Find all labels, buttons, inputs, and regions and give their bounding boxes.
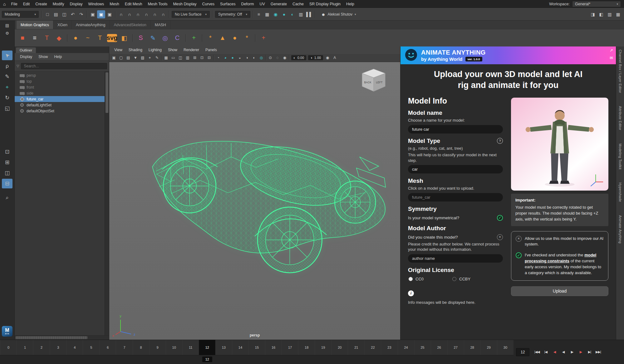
symmetry-check-icon[interactable]: ✓	[497, 215, 503, 221]
xray-icon[interactable]: ◌	[274, 55, 281, 61]
radio-dot[interactable]	[452, 277, 456, 281]
snap-surface-icon[interactable]: ∩	[159, 10, 167, 18]
timeline-tick[interactable]: 3	[50, 340, 66, 355]
timeline-tick[interactable]: 17	[282, 340, 298, 355]
menu-item[interactable]: Edit Mesh	[122, 1, 145, 7]
resolution-gate-icon[interactable]: ◫	[177, 55, 184, 61]
timeline-tick[interactable]: 6	[99, 340, 116, 355]
shelf-tab[interactable]: MASH	[151, 21, 170, 29]
menu-item[interactable]: Curves	[199, 1, 217, 7]
safe-title-icon[interactable]: ⊟	[206, 55, 213, 61]
menu-item[interactable]: Cache	[290, 1, 307, 7]
license-radio[interactable]: CC0	[409, 277, 424, 281]
paint-brush-icon[interactable]: ◎	[159, 32, 171, 44]
viewport-menu-item[interactable]: Renderer	[180, 47, 202, 53]
film-gate-icon[interactable]: ▭	[170, 55, 177, 61]
snap-curve-icon[interactable]: ∩	[125, 10, 134, 18]
hypershade-launch-icon[interactable]: ◐	[288, 10, 297, 18]
lasso-tool-button[interactable]: ρ	[2, 61, 12, 71]
user-account-menu[interactable]: ☻ Aleksei Shutov ▾	[319, 12, 358, 17]
timeline-tick[interactable]: 16	[265, 340, 282, 355]
filter-icon[interactable]: ▽	[17, 64, 19, 68]
current-frame-field[interactable]: 12	[516, 348, 529, 356]
play-forward-button[interactable]: ▶	[567, 348, 576, 356]
timeline-tick[interactable]: 20	[331, 340, 348, 355]
view-cube[interactable]: BACK LEFT	[360, 67, 387, 94]
license-radio[interactable]: CCBY	[452, 277, 470, 281]
grease-pencil-icon[interactable]: ✎	[154, 55, 160, 61]
mash-editor-icon[interactable]: ≡	[29, 32, 41, 44]
snap-point-icon[interactable]: ∩	[134, 10, 142, 18]
menu-item[interactable]: Mesh	[107, 1, 122, 7]
menu-item[interactable]: UV	[257, 1, 268, 7]
outliner-menu-item[interactable]: Display	[17, 54, 35, 60]
motion-trail-icon[interactable]: S	[135, 32, 147, 44]
outliner-item[interactable]: front	[15, 84, 105, 90]
lights-icon[interactable]: ◒	[236, 55, 243, 61]
shelf-menu-icon[interactable]: ▤	[2, 22, 12, 29]
home-icon[interactable]: ⌂	[3, 2, 6, 7]
svg-tool-icon[interactable]: svg	[107, 34, 117, 42]
timeline-tick[interactable]: 29	[480, 340, 497, 355]
menu-item[interactable]: Mesh Tools	[145, 1, 170, 7]
timeline-tick[interactable]: 5	[83, 340, 99, 355]
consent-improve-icon[interactable]: ×	[516, 236, 522, 242]
outliner-item[interactable]: side	[15, 90, 105, 96]
image-plane-icon[interactable]: ▧	[139, 55, 146, 61]
mail-icon[interactable]: ✉	[610, 56, 613, 60]
select-object-icon[interactable]: ▣	[97, 10, 105, 18]
anti-aliasing-icon[interactable]: ◎	[258, 55, 265, 61]
single-pane-layout-icon[interactable]: ⊡	[2, 147, 12, 157]
upload-button[interactable]: Upload	[511, 286, 608, 296]
sidebar-workspace-icon[interactable]: ▦	[614, 10, 622, 18]
shelf-tab[interactable]: Motion Graphics	[17, 21, 53, 29]
play-backward-button[interactable]: ◀	[559, 348, 567, 356]
outliner-item[interactable]: top	[15, 78, 105, 84]
outliner-menu-item[interactable]: Help	[51, 54, 65, 60]
outliner-vertical-scrollbar[interactable]	[105, 71, 109, 335]
textured-mode-icon[interactable]: ●	[229, 55, 236, 61]
undo-icon[interactable]: ↶	[69, 10, 77, 18]
nparticles-icon[interactable]: *	[204, 32, 216, 44]
shelf-tab[interactable]: AdvancedSkeleton	[110, 21, 151, 29]
lock-camera-icon[interactable]: ▢	[118, 55, 125, 61]
timeline-tick[interactable]: 15	[248, 340, 265, 355]
menu-item[interactable]: Create	[32, 1, 50, 7]
time-slider[interactable]: 0 1 2 3 4	[0, 340, 513, 355]
select-camera-icon[interactable]: ▣	[111, 55, 117, 61]
timeline-tick[interactable]: 18	[298, 340, 315, 355]
ncloth-icon[interactable]: ▲	[217, 32, 228, 44]
nucleus-icon[interactable]: *	[241, 32, 253, 44]
menu-item[interactable]: Mesh Display	[170, 1, 199, 7]
ipr-render-icon[interactable]: ◉	[272, 10, 280, 18]
viewport-menu-item[interactable]: View	[111, 47, 125, 53]
outliner-menu-item[interactable]: Show	[36, 54, 51, 60]
timeline-tick[interactable]: 24	[398, 340, 414, 355]
menu-item[interactable]: Generate	[268, 1, 290, 7]
render-settings-icon[interactable]: ●	[280, 10, 288, 18]
arnold-icon[interactable]: A	[331, 55, 338, 61]
step-back-key-button[interactable]: ◀	[550, 348, 559, 356]
safe-action-icon[interactable]: ⊡	[199, 55, 205, 61]
sidebar-attribute-editor-icon[interactable]: ◨	[589, 10, 597, 18]
menu-item[interactable]: Deform	[238, 1, 257, 7]
timeline-tick[interactable]: 22	[364, 340, 381, 355]
viewport-canvas[interactable]: BACK LEFT y z x persp	[109, 62, 400, 340]
go-to-start-button[interactable]: |◀◀	[533, 348, 541, 356]
outliner-item[interactable]: defaultObjectSet	[15, 108, 105, 114]
mash-icon[interactable]: ■	[17, 32, 28, 44]
side-tab[interactable]: Channel Box / Layer Editor	[618, 50, 622, 93]
timeline-tick[interactable]: 21	[348, 340, 364, 355]
sidebar-channel-box-icon[interactable]: ▥	[606, 10, 614, 18]
timeline-tick[interactable]: 25	[414, 340, 431, 355]
shadows-icon[interactable]: ◑	[243, 55, 250, 61]
wireframe-car-model[interactable]	[109, 62, 400, 340]
scrollbar-thumb[interactable]	[16, 336, 87, 339]
timeline-tick[interactable]: 1	[17, 340, 33, 355]
viewport-menu-item[interactable]: Show	[165, 47, 180, 53]
shelf-tab[interactable]: AnimateAnything	[72, 21, 110, 29]
model-type-input[interactable]	[408, 165, 503, 173]
external-link-icon[interactable]: ↗	[610, 48, 613, 53]
scene-render-icon[interactable]: ◉	[324, 55, 331, 61]
menu-set-selector[interactable]: Modeling ▾	[2, 11, 39, 18]
